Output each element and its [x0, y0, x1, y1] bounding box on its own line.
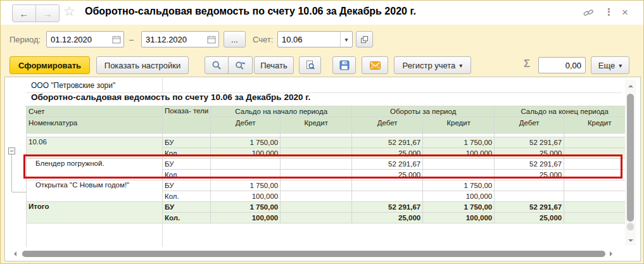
- value-cell[interactable]: 100,000: [211, 148, 281, 159]
- indicator-cell[interactable]: Кол.: [163, 213, 211, 223]
- more-actions-button[interactable]: Еще ▾: [591, 56, 629, 74]
- value-cell[interactable]: 100,000: [423, 148, 495, 159]
- account-input[interactable]: [278, 32, 340, 47]
- account-combo[interactable]: ▾: [277, 31, 353, 47]
- col-header-opening-balance[interactable]: Сальдо на начало периода: [211, 106, 352, 117]
- scroll-down-button[interactable]: [628, 239, 633, 244]
- value-cell[interactable]: 25,000: [352, 213, 423, 223]
- col-header-debit[interactable]: Дебет: [211, 117, 281, 134]
- nomenclature-cell[interactable]: Открытка "С Новым годом!": [27, 180, 163, 202]
- value-cell[interactable]: [281, 191, 352, 202]
- value-cell[interactable]: [281, 180, 352, 191]
- back-button[interactable]: ←: [13, 5, 36, 22]
- col-header-turnover[interactable]: Обороты за период: [352, 106, 495, 117]
- indicator-cell[interactable]: Кол.: [163, 170, 211, 180]
- indicator-cell[interactable]: Кол.: [163, 148, 211, 159]
- collapse-group-button[interactable]: −: [8, 148, 15, 154]
- period-options-button[interactable]: ...: [224, 31, 246, 47]
- calendar-icon[interactable]: [110, 32, 123, 47]
- value-cell[interactable]: 1 750,00: [423, 180, 495, 191]
- value-cell[interactable]: [352, 180, 423, 191]
- value-cell[interactable]: [495, 180, 564, 191]
- value-cell[interactable]: 1 750,00: [423, 202, 495, 213]
- value-cell[interactable]: [564, 213, 635, 223]
- value-cell[interactable]: [495, 191, 564, 202]
- value-cell[interactable]: 25,000: [352, 148, 423, 159]
- value-cell[interactable]: [281, 159, 352, 170]
- generate-button[interactable]: Сформировать: [9, 56, 90, 74]
- value-cell[interactable]: 25,000: [352, 170, 423, 180]
- close-icon[interactable]: ×: [622, 6, 628, 19]
- value-cell[interactable]: 52 291,67: [352, 137, 423, 148]
- horizontal-scroll-thumb[interactable]: [22, 251, 605, 257]
- col-header-closing-balance[interactable]: Сальдо на конец периода: [495, 106, 635, 117]
- indicator-cell[interactable]: БУ: [163, 180, 211, 191]
- value-cell[interactable]: 25,000: [495, 170, 564, 180]
- forward-button[interactable]: →: [36, 5, 59, 22]
- indicator-cell[interactable]: БУ: [163, 159, 211, 170]
- value-cell[interactable]: 1 750,00: [211, 180, 281, 191]
- indicator-cell[interactable]: БУ: [163, 202, 211, 213]
- value-cell[interactable]: [564, 180, 635, 191]
- scroll-left-button[interactable]: [11, 251, 16, 256]
- value-cell[interactable]: [211, 159, 281, 170]
- value-cell[interactable]: [423, 159, 495, 170]
- indicator-cell[interactable]: БУ: [163, 137, 211, 148]
- print-preview-button[interactable]: [299, 56, 321, 74]
- col-header-debit[interactable]: Дебет: [352, 117, 423, 134]
- value-cell[interactable]: [423, 170, 495, 180]
- value-cell[interactable]: [564, 137, 635, 148]
- value-cell[interactable]: [564, 159, 635, 170]
- show-settings-button[interactable]: Показать настройки: [96, 56, 189, 74]
- nomenclature-cell[interactable]: Блендер погружной.: [27, 159, 163, 180]
- value-cell[interactable]: 100,000: [423, 191, 495, 202]
- value-cell[interactable]: [564, 170, 635, 180]
- account-open-button[interactable]: [356, 31, 373, 47]
- col-header-credit[interactable]: Кредит: [281, 117, 352, 134]
- scroll-right-button[interactable]: [610, 251, 615, 256]
- save-button[interactable]: [332, 56, 356, 74]
- value-cell[interactable]: 52 291,67: [495, 202, 564, 213]
- col-header-indicators[interactable]: Показа- тели: [163, 106, 211, 134]
- scroll-up-button[interactable]: [628, 82, 633, 87]
- col-header-credit[interactable]: Кредит: [564, 117, 635, 134]
- find-button[interactable]: [205, 56, 229, 74]
- col-header-nomenclature[interactable]: Номенклатура: [27, 117, 163, 134]
- value-cell[interactable]: 100,000: [211, 213, 281, 223]
- more-menu-icon[interactable]: ⋮: [604, 6, 614, 18]
- value-cell[interactable]: 100,000: [211, 191, 281, 202]
- value-cell[interactable]: [564, 148, 635, 159]
- print-button[interactable]: Печать: [254, 56, 294, 74]
- value-cell[interactable]: [281, 170, 352, 180]
- value-cell[interactable]: 52 291,67: [352, 202, 423, 213]
- col-header-account[interactable]: Счет: [27, 106, 163, 117]
- value-cell[interactable]: [211, 170, 281, 180]
- value-cell[interactable]: 52 291,67: [495, 137, 564, 148]
- value-cell[interactable]: [281, 137, 352, 148]
- send-email-button[interactable]: [362, 56, 388, 74]
- value-cell[interactable]: 25,000: [495, 148, 564, 159]
- value-cell[interactable]: 1 750,00: [423, 137, 495, 148]
- account-dropdown-button[interactable]: ▾: [340, 32, 352, 47]
- value-cell[interactable]: [564, 191, 635, 202]
- indicator-cell[interactable]: Кол.: [163, 191, 211, 202]
- value-cell[interactable]: [281, 148, 352, 159]
- total-label-cell[interactable]: Итого: [27, 202, 163, 223]
- sum-input[interactable]: [539, 58, 585, 73]
- value-cell[interactable]: 52 291,67: [352, 159, 423, 170]
- value-cell[interactable]: [281, 213, 352, 223]
- find-next-button[interactable]: [229, 56, 253, 74]
- col-header-debit[interactable]: Дебет: [495, 117, 564, 134]
- calendar-icon[interactable]: [205, 32, 218, 47]
- value-cell[interactable]: [281, 202, 352, 213]
- period-to-field[interactable]: [141, 31, 219, 47]
- col-header-credit[interactable]: Кредит: [423, 117, 495, 134]
- period-from-input[interactable]: [47, 32, 110, 47]
- register-menu-button[interactable]: Регистр учета ▾: [394, 56, 471, 74]
- value-cell[interactable]: 1 750,00: [211, 202, 281, 213]
- vertical-scroll-thumb[interactable]: [627, 94, 634, 222]
- value-cell[interactable]: 1 750,00: [211, 137, 281, 148]
- period-to-input[interactable]: [142, 32, 205, 47]
- period-from-field[interactable]: [46, 31, 124, 47]
- value-cell[interactable]: [564, 202, 635, 213]
